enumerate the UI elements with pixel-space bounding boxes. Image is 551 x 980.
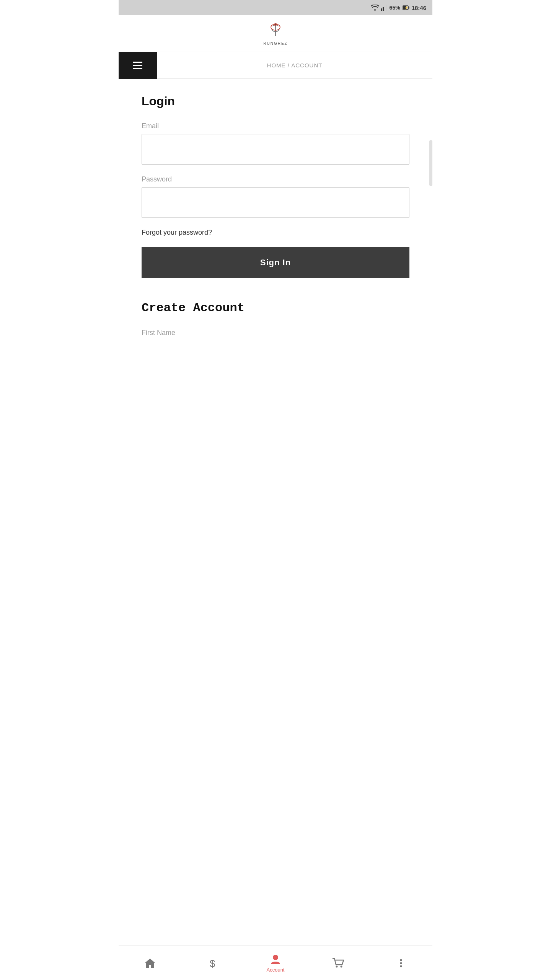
breadcrumb: HOME / ACCOUNT: [157, 62, 432, 69]
password-input[interactable]: [142, 187, 409, 218]
svg-rect-5: [408, 7, 409, 9]
svg-rect-2: [384, 6, 385, 11]
login-section: Login Email Password Forgot your passwor…: [142, 94, 409, 301]
first-name-field-group: First Name: [142, 329, 409, 337]
battery-percentage: 65%: [390, 5, 400, 11]
svg-text:⚡: ⚡: [404, 6, 408, 10]
brand-logo: [264, 21, 287, 41]
main-content: Login Email Password Forgot your passwor…: [119, 79, 432, 387]
login-title: Login: [142, 94, 409, 108]
create-account-section: Create Account First Name: [142, 301, 409, 337]
top-header: RUNGREZ: [119, 15, 432, 52]
email-input[interactable]: [142, 134, 409, 165]
status-icons: 65% ⚡ 18:46: [371, 5, 426, 11]
svg-rect-1: [383, 7, 384, 11]
wifi-icon: [371, 5, 379, 11]
battery-icon: ⚡: [403, 5, 409, 10]
password-field-group: Password: [142, 175, 409, 229]
status-bar: 65% ⚡ 18:46: [119, 0, 432, 15]
forgot-password-link[interactable]: Forgot your password?: [142, 229, 409, 237]
scroll-indicator: [429, 140, 432, 186]
time-display: 18:46: [412, 5, 426, 11]
first-name-label: First Name: [142, 329, 409, 337]
logo-container: RUNGREZ: [263, 21, 287, 46]
email-field-group: Email: [142, 122, 409, 175]
sign-in-button[interactable]: Sign In: [142, 247, 409, 278]
password-label: Password: [142, 175, 409, 183]
menu-icon: [133, 62, 142, 69]
svg-rect-0: [381, 8, 382, 11]
create-account-title: Create Account: [142, 301, 409, 315]
brand-name: RUNGREZ: [263, 41, 287, 46]
nav-bar: HOME / ACCOUNT: [119, 52, 432, 79]
hamburger-button[interactable]: [119, 52, 157, 79]
email-label: Email: [142, 122, 409, 130]
svg-rect-3: [386, 5, 387, 11]
signal-icon: [381, 5, 387, 11]
